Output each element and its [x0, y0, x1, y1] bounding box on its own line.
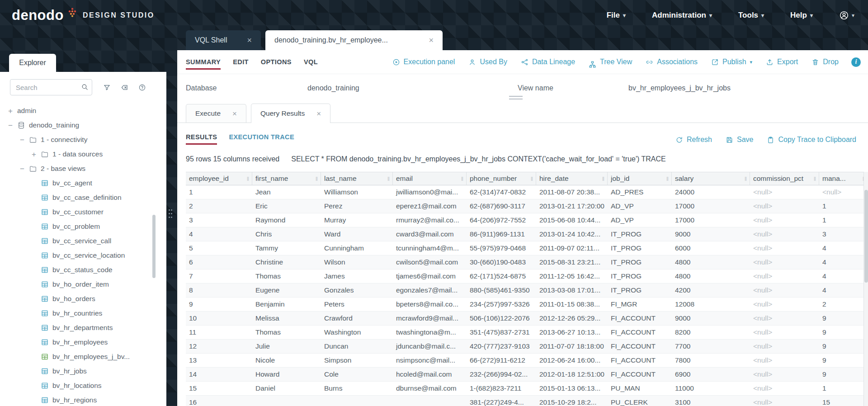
close-icon[interactable]: ×: [247, 36, 252, 44]
table-row[interactable]: 16381-(227)249-4...2015-10-29 18:2...PU_…: [186, 396, 868, 406]
user-menu[interactable]: ▾: [839, 10, 854, 20]
tree-item-1-connectivity[interactable]: −1 - connectivity: [0, 132, 166, 147]
tree-item-bv-ho-order-item[interactable]: bv_ho_order_item: [0, 277, 166, 292]
menu-tools[interactable]: Tools▾: [738, 11, 764, 20]
tree-item-1-data-sources[interactable]: +1 - data sources: [0, 147, 166, 161]
table-row[interactable]: 6ChristineWilsoncwilson5@mail.com30-(660…: [186, 255, 868, 269]
table-row[interactable]: 4ChrisWardcward3@mail.com86-(911)969-113…: [186, 227, 868, 241]
tree-item-bv-cc-service-location[interactable]: bv_cc_service_location: [0, 248, 166, 263]
search-icon[interactable]: [81, 83, 89, 91]
action-execution-panel[interactable]: Execution panel: [392, 58, 455, 66]
menu-help[interactable]: Help▾: [790, 11, 813, 20]
sort-handle-icon[interactable]: ‖: [743, 175, 747, 182]
splitter-grip-icon[interactable]: [169, 209, 173, 220]
column-header-last-name[interactable]: last_name‖: [321, 172, 393, 185]
close-icon[interactable]: ×: [429, 36, 434, 44]
sort-handle-icon[interactable]: ‖: [529, 175, 533, 182]
tab-query-results[interactable]: Query Results ×: [251, 104, 330, 123]
tab-view-document[interactable]: denodo_training.bv_hr_employee... ×: [265, 30, 443, 50]
action-drop[interactable]: Drop: [811, 58, 839, 66]
sort-handle-icon[interactable]: ‖: [386, 175, 390, 182]
sort-handle-icon[interactable]: ‖: [665, 175, 669, 182]
tree-item-2-base-views[interactable]: −2 - base views: [0, 161, 166, 176]
tree-item-bv-cc-status-code[interactable]: bv_cc_status_code: [0, 263, 166, 277]
table-row[interactable]: 3RaymondMurrayrmurray2@mail.co...64-(206…: [186, 213, 868, 227]
panel-resize-handle[interactable]: [509, 96, 523, 99]
column-header-salary[interactable]: salary‖: [672, 172, 750, 185]
filter-icon[interactable]: [103, 84, 111, 91]
table-row[interactable]: 8EugeneGonzalesegonzales7@mail...880-(58…: [186, 283, 868, 297]
subnav-edit[interactable]: EDIT: [233, 55, 249, 70]
tree-item-bv-hr-employees[interactable]: bv_hr_employees: [0, 335, 166, 349]
tree-item-bv-hr-locations[interactable]: bv_hr_locations: [0, 378, 166, 393]
table-row[interactable]: 12JulieDuncanjduncanb@mail.c...420-(777)…: [186, 340, 868, 354]
subnav-summary[interactable]: SUMMARY: [186, 55, 221, 70]
close-icon[interactable]: ×: [232, 110, 237, 118]
table-row[interactable]: 7ThomasJamestjames6@mail.com62-(171)524-…: [186, 269, 868, 283]
sidebar-splitter[interactable]: [166, 30, 177, 406]
column-header-commission-pct[interactable]: commission_pct‖: [750, 172, 819, 185]
help-icon[interactable]: [138, 84, 146, 91]
table-row[interactable]: 13NicoleSimpsonnsimpsonc@mail...66-(272)…: [186, 354, 868, 368]
table-row[interactable]: 14HowardColehcoled@mail.com232-(266)994-…: [186, 368, 868, 382]
sort-handle-icon[interactable]: ‖: [314, 175, 318, 182]
column-header-first-name[interactable]: first_name‖: [252, 172, 321, 185]
tree-item-denodo-training[interactable]: −denodo_training: [0, 118, 166, 132]
close-icon[interactable]: ×: [316, 110, 321, 118]
table-row[interactable]: 15DanielBurnsdburnse@mail.com1-(682)823-…: [186, 382, 868, 396]
tree-item-bv-hr-departments[interactable]: bv_hr_departments: [0, 321, 166, 335]
column-header-mana[interactable]: mana...‖: [819, 172, 868, 185]
tree-item-bv-ho-orders[interactable]: bv_ho_orders: [0, 292, 166, 306]
tree-item-bv-hr-regions[interactable]: bv_hr_regions: [0, 393, 166, 406]
table-row[interactable]: 2EricPerezeperez1@mail.com62-(687)690-31…: [186, 199, 868, 213]
collapse-icon[interactable]: −: [7, 122, 14, 129]
tab-vql-shell[interactable]: VQL Shell ×: [186, 30, 261, 50]
action-data-lineage[interactable]: Data Lineage: [521, 58, 575, 66]
resultsnav-execution-trace[interactable]: EXECUTION TRACE: [229, 133, 294, 145]
column-header-employee-id[interactable]: employee_id‖: [186, 172, 252, 185]
column-header-email[interactable]: email‖: [393, 172, 467, 185]
menu-administration[interactable]: Administration▾: [652, 11, 712, 20]
action-publish[interactable]: Publish▾: [711, 58, 752, 66]
column-header-job-id[interactable]: job_id‖: [608, 172, 672, 185]
clear-filter-icon[interactable]: [121, 84, 128, 91]
search-input[interactable]: [10, 79, 92, 95]
action-export[interactable]: Export: [766, 58, 798, 66]
collapse-icon[interactable]: −: [19, 165, 25, 173]
subnav-options[interactable]: OPTIONS: [261, 55, 292, 70]
tab-execute[interactable]: Execute ×: [186, 104, 246, 123]
info-icon[interactable]: i: [851, 57, 861, 67]
sort-handle-icon[interactable]: ‖: [459, 175, 463, 182]
resultsnav-results[interactable]: RESULTS: [186, 133, 217, 145]
tree-item-bv-cc-case-definition[interactable]: bv_cc_case_definition: [0, 190, 166, 205]
collapse-icon[interactable]: −: [19, 136, 25, 144]
tree-item-bv-cc-agent[interactable]: bv_cc_agent: [0, 176, 166, 190]
sidebar-scrollbar[interactable]: [152, 215, 156, 278]
action-associations[interactable]: Associations: [646, 58, 698, 66]
tree-item-bv-cc-customer[interactable]: bv_cc_customer: [0, 205, 166, 219]
sort-handle-icon[interactable]: ‖: [812, 175, 816, 182]
tree-item-bv-cc-service-call[interactable]: bv_cc_service_call: [0, 234, 166, 248]
table-row[interactable]: 1JeanWilliamsonjwilliamson0@mai...62-(31…: [186, 185, 868, 199]
result-action-refresh[interactable]: Refresh: [675, 136, 712, 144]
tree-item-bv-cc-problem[interactable]: bv_cc_problem: [0, 219, 166, 234]
tree-item-admin[interactable]: +admin: [0, 104, 166, 118]
table-scrollbar[interactable]: [863, 172, 868, 406]
tab-explorer[interactable]: Explorer: [9, 54, 56, 72]
tree-item-bv-hr-jobs[interactable]: bv_hr_jobs: [0, 364, 166, 378]
expand-icon[interactable]: +: [31, 151, 37, 158]
scrollbar-thumb[interactable]: [864, 190, 868, 283]
menu-file[interactable]: File▾: [607, 11, 626, 20]
tree-item-bv-hr-countries[interactable]: bv_hr_countries: [0, 306, 166, 321]
action-tree-view[interactable]: Tree View: [589, 56, 632, 68]
table-row[interactable]: 11ThomasWashingtontwashingtona@m...351-(…: [186, 326, 868, 340]
result-action-copy-trace-to-clipboard[interactable]: Copy Trace to Clipboard: [767, 136, 856, 144]
action-used-by[interactable]: Used By: [468, 58, 507, 66]
column-header-phone-number[interactable]: phone_number‖: [467, 172, 536, 185]
result-action-save[interactable]: Save: [726, 136, 753, 144]
table-row[interactable]: 5TammyCunninghamtcunningham4@m...55-(975…: [186, 241, 868, 255]
expand-icon[interactable]: +: [7, 107, 14, 115]
column-header-hire-date[interactable]: hire_date‖: [536, 172, 608, 185]
table-row[interactable]: 10MelissaCrawfordmcrawford9@mail...506-(…: [186, 312, 868, 326]
subnav-vql[interactable]: VQL: [304, 55, 318, 70]
